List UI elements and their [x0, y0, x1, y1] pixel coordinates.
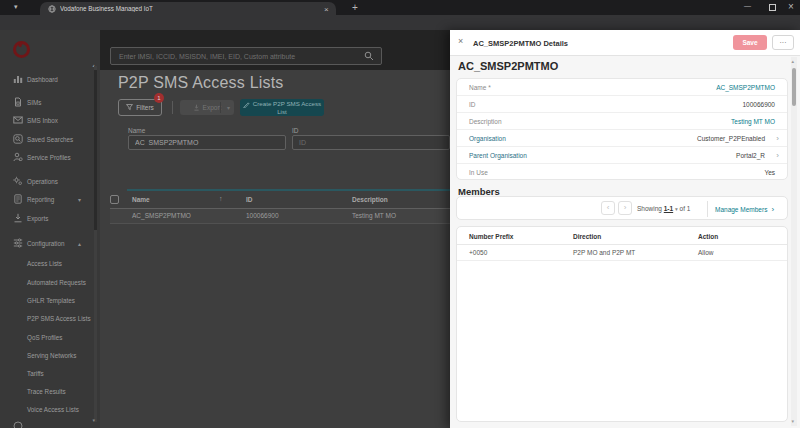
- filters-badge: 1: [154, 93, 164, 103]
- cell-id: 100066900: [246, 212, 279, 219]
- panel-title: AC_SMSP2PMTMO Details: [473, 39, 568, 48]
- sidebar-item-configuration[interactable]: Configuration ▴: [0, 237, 94, 251]
- person-icon: [13, 152, 23, 162]
- envelope-icon: [13, 115, 23, 125]
- sim-icon: [13, 97, 23, 107]
- select-all-checkbox[interactable]: [110, 195, 119, 204]
- field-value-organisation: Customer_P2PEnabled: [697, 135, 765, 142]
- sidebar-item-ghlr-templates[interactable]: GHLR Templates: [0, 294, 94, 308]
- chevron-right-icon[interactable]: ›: [776, 151, 779, 160]
- panel-close-icon[interactable]: ×: [458, 36, 463, 46]
- members-table: Number Prefix Direction Action +0050 P2P…: [456, 226, 788, 422]
- sidebar-item-service-profiles[interactable]: Service Profiles: [0, 151, 94, 165]
- chevron-down-icon: ▾: [227, 104, 230, 111]
- sidebar-item-sims[interactable]: SIMs: [0, 96, 94, 110]
- sidebar-item-sms-inbox[interactable]: SMS Inbox: [0, 114, 94, 128]
- field-row-name: Name * AC_SMSP2PMTMO: [457, 79, 787, 96]
- chevron-up-icon: ▴: [78, 240, 81, 247]
- showing-text: Showing 1-1 ▾ of 1: [637, 205, 690, 212]
- browser-tab[interactable]: Vodafone Business Managed IoT ×: [40, 2, 336, 15]
- member-row-border: [457, 260, 787, 261]
- pencil-icon: [243, 101, 250, 108]
- sidebar-item-saved-searches[interactable]: Saved Searches: [0, 133, 94, 147]
- sidebar-scroll-down-icon[interactable]: ▾: [93, 417, 96, 423]
- window-minimize-icon[interactable]: —: [744, 2, 751, 9]
- field-value-id: 100066900: [742, 101, 775, 108]
- sidebar-item-reporting[interactable]: Reporting ▾: [0, 193, 94, 207]
- sidebar-item-exports[interactable]: Exports: [0, 212, 94, 226]
- tab-search-chevron-icon[interactable]: ▾: [14, 3, 18, 11]
- page-title: P2P SMS Access Lists: [118, 74, 284, 92]
- new-tab-icon[interactable]: +: [352, 2, 358, 13]
- column-header-description[interactable]: Description: [352, 196, 388, 203]
- panel-more-button[interactable]: ···: [772, 35, 794, 50]
- save-button[interactable]: Save: [733, 35, 767, 50]
- table-row-border: [110, 223, 450, 224]
- sidebar-item-trace-results[interactable]: Trace Results: [0, 385, 94, 399]
- manage-members-link[interactable]: Manage Members›: [715, 205, 774, 214]
- export-download-icon: [193, 104, 200, 111]
- page-previous-button[interactable]: ‹: [601, 201, 615, 215]
- panel-scroll-up-icon[interactable]: ▴: [792, 58, 795, 64]
- sidebar-scrollbar-thumb[interactable]: [94, 70, 97, 230]
- panel-scrollbar-track[interactable]: [791, 57, 797, 426]
- field-row-id: ID 100066900: [457, 96, 787, 113]
- tab-close-icon[interactable]: ×: [324, 5, 329, 14]
- field-value-description[interactable]: Testing MT MO: [731, 118, 775, 125]
- filter-name-input[interactable]: [128, 135, 286, 150]
- cell-name[interactable]: AC_SMSP2PMTMO: [132, 212, 191, 219]
- chevron-down-icon[interactable]: ▾: [675, 206, 678, 212]
- panel-scroll-down-icon[interactable]: ▾: [792, 418, 795, 424]
- field-value-parent-organisation: Portal2_R: [736, 152, 765, 159]
- record-heading: AC_SMSP2PMTMO: [458, 60, 558, 72]
- search-icon[interactable]: [364, 51, 374, 61]
- field-row-in-use: In Use Yes: [457, 164, 787, 181]
- page-next-button[interactable]: ›: [618, 201, 632, 215]
- chevron-down-icon: ▾: [78, 196, 81, 203]
- toolbar-divider: [707, 201, 708, 217]
- field-value-name[interactable]: AC_SMSP2PMTMO: [716, 84, 775, 91]
- cell-description: Testing MT MO: [352, 212, 396, 219]
- sidebar-item-partial[interactable]: [0, 420, 94, 428]
- gears-icon: [13, 176, 23, 186]
- sidebar-item-access-lists[interactable]: Access Lists: [0, 257, 94, 271]
- toolbar-divider: [172, 101, 173, 114]
- member-cell-number-prefix: +0050: [469, 249, 487, 256]
- field-row-parent-organisation[interactable]: Parent Organisation Portal2_R ›: [457, 147, 787, 164]
- sidebar-item-operations[interactable]: Operations: [0, 175, 94, 189]
- panel-scrollbar-thumb[interactable]: [792, 68, 796, 106]
- sidebar-item-automated-requests[interactable]: Automated Requests: [0, 276, 94, 290]
- sort-ascending-icon[interactable]: ↑: [219, 195, 223, 202]
- create-p2p-sms-access-list-button[interactable]: Create P2P SMS Access List: [240, 99, 324, 116]
- sliders-icon: [13, 238, 23, 248]
- browser-address-bar: ← ↻ https://iotportal-lob.vodafone.com/I…: [0, 15, 800, 30]
- global-search-input[interactable]: [110, 47, 382, 65]
- filter-id-input[interactable]: [292, 135, 450, 150]
- window-maximize-icon[interactable]: [769, 4, 776, 11]
- window-close-icon[interactable]: ×: [788, 1, 794, 12]
- saved-search-icon: [13, 134, 23, 144]
- sidebar-item-p2p-sms-access-lists[interactable]: P2P SMS Access Lists: [0, 312, 94, 326]
- showing-range-dropdown[interactable]: 1-1: [664, 205, 673, 212]
- column-header-id[interactable]: ID: [246, 196, 253, 203]
- sidebar-item-dashboard[interactable]: Dashboard: [0, 73, 94, 87]
- details-card: Name * AC_SMSP2PMTMO ID 100066900 Descri…: [456, 78, 788, 180]
- vodafone-logo: [13, 41, 30, 58]
- member-cell-action: Allow: [698, 249, 714, 256]
- sidebar: Dashboard SIMs SMS Inbox Saved Searches …: [0, 30, 100, 428]
- sidebar-item-qos-profiles[interactable]: QoS Profiles: [0, 331, 94, 345]
- field-row-description: Description Testing MT MO: [457, 113, 787, 130]
- members-toolbar: ‹ › Showing 1-1 ▾ of 1 Manage Members›: [456, 196, 788, 220]
- report-doc-icon: [13, 194, 23, 204]
- button-divider: [220, 102, 221, 113]
- sidebar-item-voice-access-lists[interactable]: Voice Access Lists: [0, 403, 94, 417]
- globe-icon: [48, 5, 56, 13]
- export-button[interactable]: Export ▾: [180, 100, 234, 115]
- filter-name-label: Name: [128, 127, 145, 134]
- column-header-name[interactable]: Name: [132, 196, 150, 203]
- sidebar-item-tariffs[interactable]: Tariffs: [0, 367, 94, 381]
- member-header-direction: Direction: [573, 233, 601, 240]
- chevron-right-icon[interactable]: ›: [776, 134, 779, 143]
- field-row-organisation[interactable]: Organisation Customer_P2PEnabled ›: [457, 130, 787, 147]
- sidebar-item-serving-networks[interactable]: Serving Networks: [0, 349, 94, 363]
